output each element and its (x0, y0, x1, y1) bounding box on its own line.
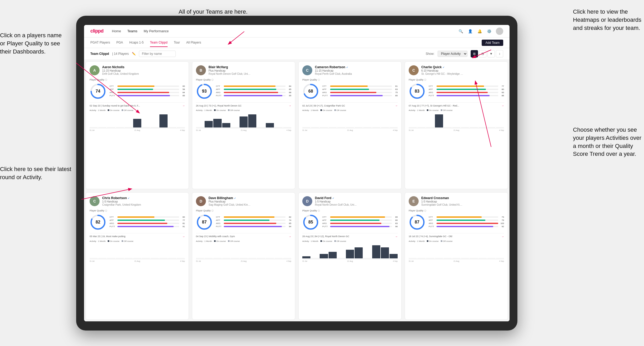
tab-all-players[interactable]: All Players (186, 39, 201, 47)
nav-home[interactable]: Home (112, 28, 121, 34)
quality-section[interactable]: 83 OTT 77 APP 80 ARG (409, 83, 504, 100)
activity-section: Activity · 1 Month On course Off course … (196, 240, 291, 262)
activity-section: Activity · 1 Month On course Off course … (196, 109, 291, 131)
edit-icon[interactable]: ✏️ (132, 52, 136, 56)
donut-chart: 87 (196, 214, 213, 231)
player-handicap: 6-10 Handicap (421, 69, 504, 72)
player-card: D David Ford ✓ 1-5 Handicap Royal North … (298, 192, 402, 320)
off-course-legend (441, 240, 442, 242)
player-card: B Blair McHarg Plus Handicap Royal North… (192, 61, 295, 189)
stat-row-arg: ARG 103 (429, 222, 504, 225)
activity-chart (196, 113, 291, 128)
quality-section[interactable]: 87 OTT 73 APP 79 ARG (409, 214, 504, 231)
sort-button[interactable]: ↕ (496, 50, 503, 57)
tab-pgat-players[interactable]: PGAT Players (90, 39, 110, 47)
latest-round[interactable]: 02 Sep 23 | Sunday round to get back int… (90, 102, 185, 107)
player-info: Charlie Quick ✓ 6-10 Handicap St. George… (421, 65, 504, 75)
activity-label: Activity · 1 Month On course Off course (302, 109, 398, 111)
stat-row-app: APP 74 (216, 219, 291, 221)
quality-section[interactable]: 93 OTT 84 APP 85 ARG (196, 83, 291, 100)
bell-icon[interactable]: 🔔 (477, 29, 482, 34)
chart-labels: 31 Jul 21 Aug 4 Sep (409, 260, 504, 262)
player-name[interactable]: Blair McHarg (209, 65, 291, 69)
player-avatar: D (196, 196, 206, 206)
activity-label: Activity · 1 Month On course Off course (196, 240, 291, 242)
view-icons: ⊞ ⊟ ▼ ↕ (471, 50, 503, 57)
player-info: Aaron Nicholls 11-15 Handicap Drift Golf… (102, 65, 185, 75)
activity-chart (90, 243, 185, 259)
quality-section[interactable]: 82 OTT 60 APP 77 ARG (90, 214, 185, 231)
latest-round[interactable]: 26 Aug 23 | 84 (+12), Royal North Devon … (302, 233, 398, 238)
latest-round[interactable]: 04 Sep 23 | Mobility with coach, Gym → (196, 233, 291, 238)
nav-teams[interactable]: Teams (127, 28, 137, 34)
round-arrow: → (289, 235, 291, 238)
latest-round-text: 02 Jul 23 | 59 (+17), Craigmillar Park G… (302, 104, 345, 107)
player-name[interactable]: David Ford ✓ (315, 196, 398, 200)
quality-label: Player Quality ⓘ (196, 209, 291, 212)
player-club: Sag Maging Golf Club, United Kingdom (209, 203, 251, 206)
round-arrow: → (182, 104, 185, 107)
tab-pga[interactable]: PGA (116, 39, 123, 47)
user-avatar[interactable] (496, 28, 503, 35)
stat-row-app: APP 85 (216, 88, 291, 91)
card-header: E Edward Crossman 1-5 Handicap Sunningda… (409, 196, 504, 206)
round-arrow: → (501, 235, 504, 238)
player-name[interactable]: Edward Crossman (421, 196, 504, 200)
quality-section[interactable]: 85 OTT 89 APP 80 ARG (302, 214, 398, 231)
latest-round[interactable]: 18 Jul 23 | 74 (+4), Sunningdale GC - Ol… (409, 233, 504, 238)
tab-hcaps[interactable]: Hcaps 1-5 (129, 39, 144, 47)
quality-section[interactable]: 74 OTT 60 APP 58 ARG (90, 83, 185, 100)
add-team-button[interactable]: Add Team (482, 40, 503, 46)
player-name[interactable]: Chris Robertson ✓ (102, 196, 185, 200)
player-handicap: Plus Handicap (209, 69, 291, 72)
round-arrow: → (501, 104, 504, 107)
quality-section[interactable]: 68 OTT 61 APP 63 ARG (302, 83, 398, 100)
tab-team-clippd[interactable]: Team Clippd (150, 39, 168, 47)
player-info: Edward Crossman 1-5 Handicap Sunningdale… (421, 196, 504, 206)
off-course-legend (122, 109, 123, 111)
latest-round[interactable]: 05 Mar 23 | 19, Must make putting → (90, 233, 185, 238)
grid-4-view-button[interactable]: ⊟ (479, 50, 486, 57)
stat-row-app: APP 63 (322, 88, 398, 91)
latest-round[interactable]: 02 Jul 23 | 59 (+17), Craigmillar Park G… (302, 102, 398, 107)
nav-my-performance[interactable]: My Performance (144, 28, 169, 34)
stat-row-arg: ARG 81 (110, 222, 185, 225)
stats-bars: OTT 84 APP 85 ARG 88 PU (216, 85, 291, 98)
stat-row-putt: PUTT 92 (429, 225, 504, 228)
nav-icons: 🔍 👤 🔔 ⚙️ (458, 28, 503, 35)
activity-label: Activity · 1 Month On course Off course (409, 109, 504, 111)
user-icon[interactable]: 👤 (468, 29, 473, 34)
stats-bars: OTT 77 APP 80 ARG 83 PU (429, 85, 504, 98)
annotation-heatmaps: Click here to view theHeatmaps or leader… (573, 8, 641, 32)
card-header: C Cameron Robertson ✓ 11-15 Handicap Roy… (302, 65, 398, 75)
player-avatar: A (90, 65, 100, 75)
chart-labels: 31 Jul 21 Aug 4 Sep (90, 129, 185, 131)
settings-icon[interactable]: ⚙️ (486, 29, 492, 34)
player-name[interactable]: Charlie Quick ✓ (421, 65, 504, 69)
filter-button[interactable]: ▼ (487, 50, 495, 57)
stat-row-arg: ARG 83 (322, 222, 398, 225)
subnav-right: Add Team (482, 40, 503, 46)
stat-row-putt: PUTT 94 (216, 225, 291, 228)
latest-round[interactable]: 07 Aug 23 | 77 (+7), St George's Hill GC… (409, 102, 504, 107)
tab-tour[interactable]: Tour (174, 39, 180, 47)
quality-label: Player Quality ⓘ (302, 209, 398, 212)
donut-chart: 68 (302, 83, 319, 100)
quality-score: 85 (308, 220, 313, 225)
player-name[interactable]: Dave Billingham ✓ (209, 196, 291, 200)
grid-2-view-button[interactable]: ⊞ (471, 50, 478, 57)
search-icon[interactable]: 🔍 (458, 29, 463, 34)
player-name[interactable]: Cameron Robertson ✓ (315, 65, 398, 69)
player-name[interactable]: Aaron Nicholls (102, 65, 185, 69)
off-course-legend (441, 109, 442, 111)
team-label: Team Clippd (90, 52, 109, 56)
latest-round[interactable]: 26 Aug 23 | 73 (+1), Royal North Devon G… (196, 102, 291, 107)
filter-input[interactable] (139, 51, 176, 57)
stat-row-ott: OTT 77 (429, 85, 504, 87)
stat-row-arg: ARG 83 (429, 91, 504, 94)
quality-section[interactable]: 87 OTT 82 APP 74 ARG (196, 214, 291, 231)
show-select[interactable]: Player Activity (438, 51, 468, 57)
player-info: Cameron Robertson ✓ 11-15 Handicap Royal… (315, 65, 398, 75)
stats-bars: OTT 61 APP 63 ARG 75 PU (322, 85, 398, 98)
chart-labels: 31 Jul 21 Aug 4 Sep (302, 260, 398, 262)
